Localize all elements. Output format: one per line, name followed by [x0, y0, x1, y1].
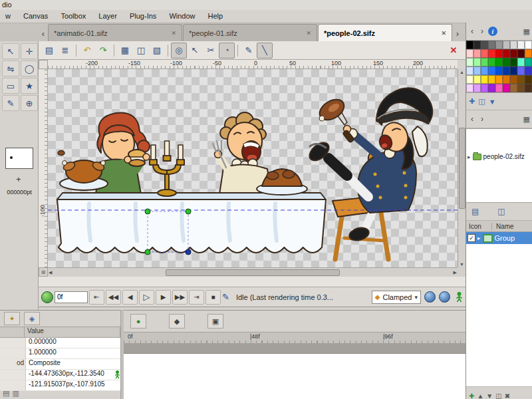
params-tab-icon[interactable]: ✦ — [4, 312, 20, 325]
palette-forward-icon[interactable]: › — [478, 27, 486, 36]
prev-frame-button[interactable]: ◀ — [122, 290, 138, 305]
palette-swatch[interactable] — [517, 84, 525, 92]
render-orb-button[interactable] — [424, 291, 436, 303]
palette-swatch[interactable] — [473, 75, 481, 84]
palette-swatch[interactable] — [510, 58, 517, 66]
palette-swatch[interactable] — [503, 58, 510, 66]
palette-swatch[interactable] — [473, 66, 481, 75]
param-row[interactable]: -144.473630px,-112.3540 — [0, 370, 120, 380]
palette-save-icon[interactable]: ▼ — [489, 98, 496, 106]
palette-copy-icon[interactable]: ◫ — [478, 97, 485, 106]
children-tab-icon[interactable]: ◈ — [24, 312, 40, 325]
palette-swatch[interactable] — [473, 84, 481, 92]
toggle-pointer-icon[interactable]: ↖ — [187, 43, 203, 59]
redo-icon[interactable]: ↷ — [95, 43, 111, 59]
tabs-scroll-right-icon[interactable]: › — [453, 25, 462, 41]
palette-swatch[interactable] — [510, 41, 517, 49]
param-row[interactable]: 1.000000 — [0, 348, 120, 359]
tab-close-icon[interactable]: ✕ — [302, 30, 311, 37]
expander-icon[interactable]: ▸ — [467, 154, 471, 160]
palette-swatch[interactable] — [473, 58, 481, 66]
palette-swatch[interactable] — [466, 58, 473, 66]
tab-close-icon[interactable]: ✕ — [437, 30, 446, 37]
transform-tool[interactable]: ↖ — [2, 43, 19, 59]
timetrack-body[interactable] — [124, 354, 466, 399]
library-tab-icon[interactable]: ◫ — [497, 207, 505, 216]
param-row[interactable]: od Composite — [0, 359, 120, 370]
selection-handle[interactable] — [145, 249, 150, 255]
tab-people-01[interactable]: *people-01.sifz ✕ — [183, 24, 317, 41]
layer-row-group[interactable]: ✓ ▸ Group — [466, 232, 532, 244]
layers-list-body[interactable] — [466, 244, 532, 386]
rectangle-tool[interactable]: ▭ — [2, 78, 19, 94]
palette-swatch[interactable] — [517, 49, 525, 58]
palette-swatch[interactable] — [503, 75, 510, 84]
next-keyframe-button[interactable]: ▶▶ — [172, 290, 188, 305]
circle-tool[interactable]: ◯ — [21, 61, 38, 76]
delete-layer-icon[interactable]: ✖ — [505, 392, 510, 399]
palette-swatch[interactable] — [503, 41, 510, 49]
browser-back-icon[interactable]: ‹ — [468, 114, 476, 124]
draw-tool[interactable]: ✎ — [2, 95, 19, 111]
v-scroll-thumb[interactable] — [459, 128, 466, 209]
prev-keyframe-button[interactable]: ◀◀ — [106, 290, 121, 305]
selection-handle-origin[interactable] — [186, 249, 191, 255]
palette-swatch[interactable] — [488, 58, 495, 66]
param-row[interactable]: 0.000000 — [0, 338, 120, 348]
current-frame-input[interactable] — [55, 291, 88, 303]
palette-swatch[interactable] — [495, 58, 503, 66]
palette-swatch[interactable] — [495, 66, 503, 75]
palette-swatch[interactable] — [481, 75, 488, 84]
param-value[interactable]: 0.000000 — [26, 338, 120, 348]
h-scroll-thumb[interactable] — [166, 269, 340, 276]
palette-add-icon[interactable]: ✚ — [469, 97, 475, 106]
palette-swatch[interactable] — [488, 66, 495, 75]
palette-swatch[interactable] — [510, 75, 517, 84]
keyframe-film-icon[interactable]: ▧ — [149, 43, 165, 59]
palette-swatch[interactable] — [473, 49, 481, 58]
toggle-scissors-icon[interactable]: ✂ — [203, 43, 219, 59]
palette-swatch[interactable] — [488, 84, 495, 92]
palette-swatch[interactable] — [466, 84, 473, 92]
new-document-icon[interactable]: ▤ — [41, 43, 57, 59]
bone-person-icon[interactable] — [456, 292, 463, 303]
timetrack-row[interactable] — [124, 344, 466, 354]
palette-swatch[interactable] — [466, 66, 473, 75]
lower-layer-icon[interactable]: ▼ — [486, 392, 493, 399]
palette-swatch[interactable] — [473, 41, 481, 49]
canvas-v-scrollbar[interactable]: ▲ ▼ — [458, 69, 466, 267]
palette-swatch[interactable] — [503, 84, 510, 92]
toggle-target-icon[interactable]: ◎ — [171, 43, 187, 59]
tabs-scroll-left-icon[interactable]: ‹ — [39, 25, 48, 41]
browser-forward-icon[interactable]: › — [478, 114, 486, 124]
toggle-clock-icon[interactable]: ◔ — [219, 43, 235, 59]
info-icon[interactable]: i — [488, 27, 497, 36]
browser-grid-icon[interactable]: ▦ — [523, 115, 530, 124]
palette-swatch[interactable] — [495, 75, 503, 84]
param-value[interactable]: -144.473630px,-112.3540 — [26, 370, 114, 380]
palette-swatch[interactable] — [517, 66, 525, 75]
raise-layer-icon[interactable]: ▲ — [477, 392, 483, 399]
duplicate-layer-icon[interactable]: ◫ — [495, 392, 501, 399]
palette-swatch[interactable] — [481, 49, 488, 58]
scroll-left-icon[interactable]: ◀ — [49, 270, 52, 275]
tab-animatic-01[interactable]: *animatic-01.sifz ✕ — [48, 24, 182, 41]
preview-icon[interactable]: ◫ — [133, 43, 149, 59]
param-value[interactable]: Composite — [26, 359, 120, 369]
scroll-right-icon[interactable]: ▶ — [454, 270, 457, 275]
canvas-artwork[interactable] — [48, 69, 458, 267]
tab-close-icon[interactable]: ✕ — [167, 30, 176, 37]
palette-swatch[interactable] — [525, 75, 532, 84]
selection-handle[interactable] — [145, 209, 150, 214]
palette-grid-icon[interactable]: ▦ — [523, 27, 530, 36]
library-doc2-icon[interactable]: ▥ — [12, 389, 21, 397]
toggle-slash-icon[interactable]: ╲ — [257, 43, 273, 59]
palette-swatch[interactable] — [495, 84, 503, 92]
stop-button[interactable]: ■ — [205, 290, 221, 305]
play-button[interactable]: ▷ — [139, 290, 154, 305]
palette-swatch[interactable] — [503, 66, 510, 75]
timetrack-ruler[interactable]: 0f|48f|96f — [124, 332, 466, 344]
time-slider[interactable] — [39, 277, 466, 287]
seek-begin-button[interactable]: ⇤ — [89, 290, 104, 305]
mirror-tool[interactable]: ⇋ — [2, 61, 19, 76]
